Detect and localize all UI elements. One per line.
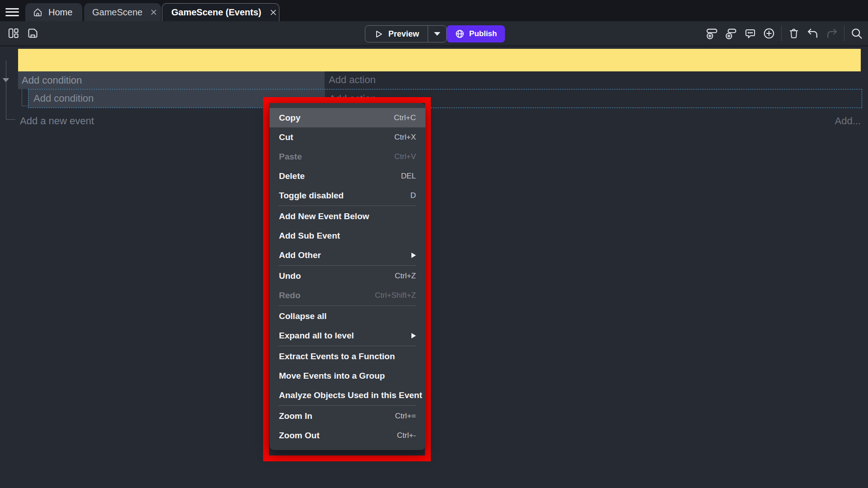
menu-item-label: Undo (279, 271, 301, 281)
menu-item-redo: Redo Ctrl+Shift+Z (269, 286, 425, 305)
comment-event[interactable] (18, 49, 861, 71)
search-icon[interactable] (850, 26, 863, 41)
tree-guide-line (6, 61, 6, 120)
home-icon (33, 7, 43, 18)
tab-label: GameScene (Events) (171, 7, 261, 18)
add-condition-placeholder[interactable]: Add condition (22, 75, 82, 86)
events-toolbar: Preview Publish (0, 21, 868, 47)
menu-item-paste: Paste Ctrl+V (269, 147, 425, 166)
gdevelop-window: Home GameScene GameScene (Events) (0, 0, 868, 488)
toolbar-divider (844, 26, 844, 41)
menu-item-add-other[interactable]: Add Other (269, 245, 425, 265)
menu-item-shortcut: Ctrl+X (394, 133, 416, 142)
events-sheet: Add condition Add action Add condition A… (0, 47, 868, 488)
add-event-icon[interactable] (705, 26, 719, 41)
submenu-arrow-icon (411, 253, 416, 258)
menu-item-shortcut: Ctrl+Z (395, 272, 416, 281)
chevron-down-icon (434, 32, 440, 36)
menu-item-label: Copy (279, 113, 301, 123)
tab-gamescene-events[interactable]: GameScene (Events) (162, 3, 279, 21)
menu-item-zoom-out[interactable]: Zoom Out Ctrl+- (269, 426, 425, 445)
menu-item-shortcut: Ctrl+C (394, 113, 416, 122)
tree-guide-line (6, 119, 15, 120)
menu-item-expand-all-to-level[interactable]: Expand all to level (269, 326, 425, 345)
menu-item-shortcut: Ctrl+- (397, 431, 416, 440)
menu-item-shortcut: DEL (401, 172, 416, 181)
menu-item-label: Expand all to level (279, 331, 354, 341)
layout-panels-icon[interactable] (6, 26, 20, 40)
menu-item-extract-events-to-function[interactable]: Extract Events to a Function (269, 347, 425, 366)
menu-item-delete[interactable]: Delete DEL (269, 166, 425, 186)
tab-label: GameScene (92, 7, 142, 18)
menu-item-label: Collapse all (279, 311, 327, 321)
menu-item-label: Zoom Out (279, 431, 320, 441)
menu-item-collapse-all[interactable]: Collapse all (269, 306, 425, 326)
menu-divider (278, 206, 416, 206)
menu-item-label: Move Events into a Group (279, 371, 385, 381)
publish-label: Publish (469, 29, 497, 38)
event-condition-cell[interactable]: Add condition (18, 71, 325, 89)
menu-item-shortcut: Ctrl+Shift+Z (375, 291, 416, 300)
tab-home[interactable]: Home (25, 3, 82, 21)
close-tab-icon[interactable] (149, 7, 159, 17)
add-button[interactable]: Add... (835, 115, 861, 127)
hamburger-icon (5, 15, 19, 16)
tab-bar: Home GameScene GameScene (Events) (0, 0, 868, 21)
menu-item-shortcut: Ctrl+= (395, 412, 416, 421)
menu-item-label: Extract Events to a Function (279, 352, 395, 361)
add-circle-icon[interactable] (762, 26, 776, 41)
hamburger-icon (5, 8, 19, 9)
menu-item-cut[interactable]: Cut Ctrl+X (269, 127, 425, 147)
menu-item-toggle-disabled[interactable]: Toggle disabled D (269, 186, 425, 205)
menu-item-label: Redo (279, 291, 301, 300)
globe-icon (455, 29, 465, 39)
menu-item-label: Delete (279, 171, 305, 181)
publish-button[interactable]: Publish (447, 25, 505, 42)
redo-icon[interactable] (825, 26, 839, 41)
preview-label: Preview (388, 29, 419, 39)
menu-item-copy[interactable]: Copy Ctrl+C (269, 108, 425, 127)
hamburger-icon (5, 11, 19, 13)
menu-item-analyze-objects[interactable]: Analyze Objects Used in this Event (269, 385, 425, 405)
menu-item-shortcut: Ctrl+V (394, 152, 416, 161)
tree-guide-line (22, 106, 28, 106)
menu-divider (278, 346, 416, 346)
menu-item-label: Add New Event Below (279, 211, 369, 221)
menu-item-add-sub-event[interactable]: Add Sub Event (269, 226, 425, 245)
menu-item-zoom-in[interactable]: Zoom In Ctrl+= (269, 406, 425, 426)
add-action-placeholder[interactable]: Add action (329, 74, 376, 86)
toolbar-divider (781, 26, 782, 41)
add-condition-placeholder[interactable]: Add condition (33, 93, 94, 104)
menu-divider (278, 305, 416, 306)
preview-split-button: Preview (365, 25, 447, 42)
tab-label: Home (48, 7, 72, 18)
menu-item-label: Paste (279, 152, 302, 162)
context-menu: Copy Ctrl+C Cut Ctrl+X Paste Ctrl+V Dele… (269, 103, 425, 450)
menu-item-add-new-event-below[interactable]: Add New Event Below (269, 206, 425, 226)
preview-options-button[interactable] (428, 26, 446, 42)
menu-item-shortcut: D (410, 191, 416, 200)
menu-item-label: Toggle disabled (279, 191, 344, 201)
menu-divider (278, 265, 416, 266)
menu-divider (278, 405, 416, 406)
close-tab-icon[interactable] (269, 8, 278, 18)
add-comment-icon[interactable] (743, 26, 757, 41)
save-icon[interactable] (26, 26, 39, 40)
tab-gamescene[interactable]: GameScene (84, 3, 161, 21)
preview-button[interactable]: Preview (365, 26, 428, 42)
selected-sub-event[interactable]: Add condition Add action (28, 89, 862, 108)
menu-item-label: Cut (279, 132, 293, 142)
menu-item-move-events-into-group[interactable]: Move Events into a Group (269, 366, 425, 385)
undo-icon[interactable] (806, 26, 820, 41)
play-icon (374, 29, 383, 39)
menu-item-label: Add Sub Event (279, 231, 340, 241)
menu-item-undo[interactable]: Undo Ctrl+Z (269, 266, 425, 286)
menu-item-label: Add Other (279, 250, 321, 260)
trash-icon[interactable] (787, 26, 801, 41)
tree-guide-line (22, 89, 22, 106)
main-menu-button[interactable] (5, 6, 19, 16)
menu-item-label: Analyze Objects Used in this Event (279, 390, 422, 400)
add-new-event-link[interactable]: Add a new event (20, 115, 94, 127)
submenu-arrow-icon (411, 333, 416, 338)
add-subevent-icon[interactable] (724, 26, 738, 41)
